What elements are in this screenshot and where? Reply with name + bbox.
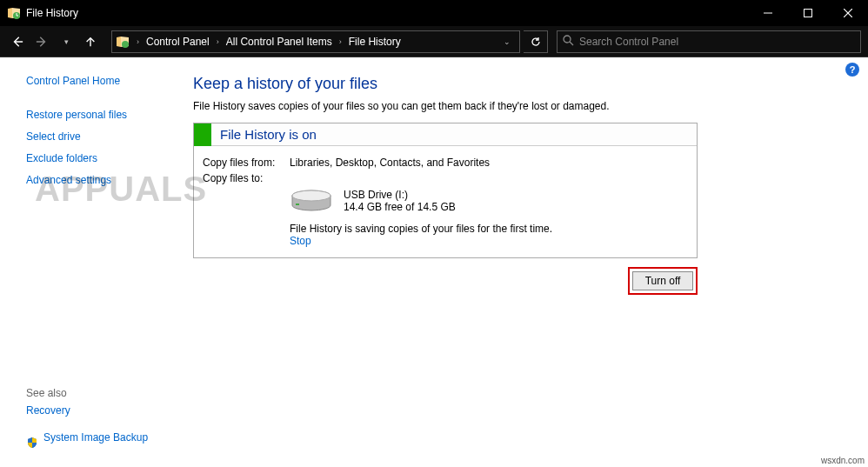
- search-placeholder: Search Control Panel: [579, 36, 678, 48]
- help-icon[interactable]: ?: [845, 63, 859, 77]
- search-input[interactable]: Search Control Panel: [557, 30, 861, 53]
- drive-space: 14.4 GB free of 14.5 GB: [344, 201, 456, 213]
- svg-rect-10: [296, 203, 299, 205]
- title-bar: File History: [0, 0, 868, 26]
- drive-icon: [290, 188, 333, 214]
- sidebar-link-restore[interactable]: Restore personal files: [26, 109, 174, 121]
- chevron-right-icon[interactable]: ›: [337, 37, 344, 46]
- location-icon: [116, 35, 130, 49]
- sidebar-link-select-drive[interactable]: Select drive: [26, 130, 174, 143]
- close-button[interactable]: [828, 0, 868, 26]
- address-dropdown-button[interactable]: ⌄: [498, 37, 516, 46]
- panel-title: File History is on: [220, 127, 317, 142]
- recovery-link[interactable]: Recovery: [26, 404, 70, 417]
- window-title: File History: [26, 7, 861, 19]
- file-history-panel: File History is on Copy files from: Libr…: [193, 123, 698, 258]
- app-icon: [7, 6, 21, 20]
- content-area: Control Panel Home Restore personal file…: [0, 57, 868, 467]
- svg-point-9: [292, 190, 331, 201]
- copy-from-label: Copy files from:: [203, 157, 290, 169]
- sidebar-link-exclude-folders[interactable]: Exclude folders: [26, 152, 174, 164]
- see-also-label: See also: [26, 387, 174, 404]
- copy-from-value: Libraries, Desktop, Contacts, and Favori…: [290, 157, 688, 169]
- shield-icon: [26, 437, 38, 449]
- recent-locations-button[interactable]: ▾: [56, 31, 77, 52]
- system-image-backup-link[interactable]: System Image Backup: [43, 431, 148, 444]
- turn-off-button[interactable]: Turn off: [632, 271, 693, 290]
- svg-line-7: [570, 42, 573, 45]
- copy-to-label: Copy files to:: [203, 172, 290, 184]
- panel-header: File History is on: [194, 123, 697, 146]
- breadcrumb-item[interactable]: Control Panel: [143, 36, 213, 48]
- chevron-right-icon[interactable]: ›: [135, 37, 141, 46]
- main-panel: ? Keep a history of your files File Hist…: [183, 57, 868, 467]
- drive-name: USB Drive (I:): [344, 189, 456, 201]
- page-description: File History saves copies of your files …: [193, 100, 858, 112]
- breadcrumb-item[interactable]: All Control Panel Items: [223, 36, 336, 48]
- svg-point-6: [564, 36, 571, 43]
- address-bar[interactable]: › Control Panel › All Control Panel Item…: [111, 30, 520, 53]
- status-indicator-icon: [194, 123, 211, 146]
- minimize-button[interactable]: [748, 0, 788, 26]
- control-panel-home-link[interactable]: Control Panel Home: [26, 75, 174, 87]
- maximize-button[interactable]: [788, 0, 828, 26]
- turn-off-highlight: Turn off: [628, 267, 698, 295]
- watermark-source: wsxdn.com: [821, 456, 865, 465]
- status-text: File History is saving copies of your fi…: [290, 223, 688, 235]
- nav-bar: ▾ › Control Panel › All Control Panel It…: [0, 26, 868, 57]
- forward-button[interactable]: [31, 31, 52, 52]
- stop-link[interactable]: Stop: [290, 235, 311, 247]
- svg-point-5: [122, 41, 129, 48]
- chevron-right-icon[interactable]: ›: [215, 37, 221, 46]
- back-button[interactable]: [7, 31, 28, 52]
- breadcrumb-item[interactable]: File History: [345, 36, 404, 48]
- search-icon: [563, 35, 574, 49]
- svg-rect-2: [805, 10, 812, 17]
- page-heading: Keep a history of your files: [193, 75, 858, 93]
- up-button[interactable]: [80, 31, 101, 52]
- sidebar: Control Panel Home Restore personal file…: [0, 57, 183, 467]
- refresh-button[interactable]: [524, 30, 548, 53]
- sidebar-link-advanced-settings[interactable]: Advanced settings: [26, 174, 174, 186]
